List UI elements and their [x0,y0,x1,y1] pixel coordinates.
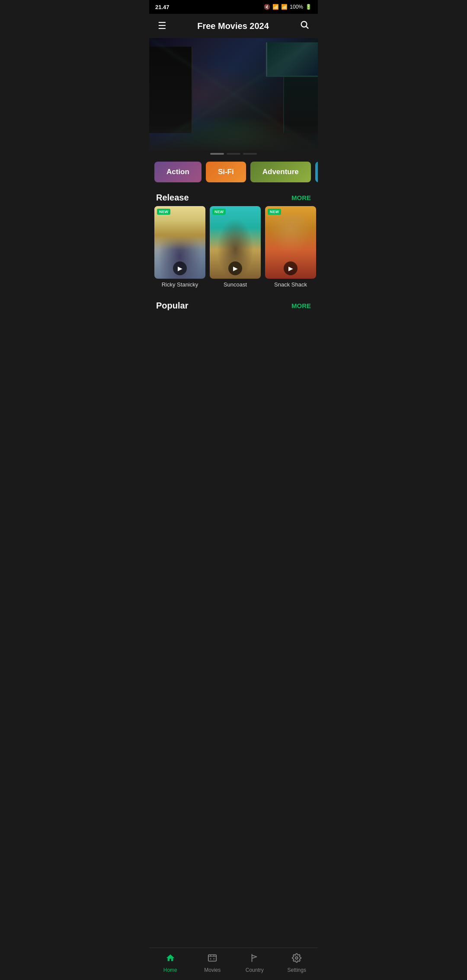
release-section-header: Release MORE [149,187,318,206]
movie-poster-1: NEW ▶ [154,206,205,279]
movie-card-2[interactable]: NEW ▶ Suncoast [210,206,261,288]
status-icons: 🔇 📶 📶 100% 🔋 [264,4,312,10]
release-section: Release MORE NEW ▶ Ricky Stanicky NEW ▶ … [149,187,318,295]
new-badge-3: NEW [268,209,281,215]
wifi-icon: 📶 [272,4,279,10]
genre-tab-action[interactable]: Action [154,162,202,182]
app-title: Free Movies 2024 [197,21,269,31]
genre-tab-animation[interactable]: Animation [315,162,318,182]
signal-icon: 📶 [281,4,288,10]
search-icon [300,20,309,32]
movie-card-3[interactable]: NEW ▶ Snack Shack [265,206,316,288]
battery-icon: 🔋 [305,4,312,10]
scroll-dot-1 [210,153,224,155]
movie-poster-3: NEW ▶ [265,206,316,279]
mute-icon: 🔇 [264,4,270,10]
new-badge-1: NEW [157,209,170,215]
play-overlay-3: ▶ [284,261,297,275]
status-bar: 21.47 🔇 📶 📶 100% 🔋 [149,0,318,14]
popular-section-header: Popular MORE [149,295,318,314]
movie-title-3: Snack Shack [265,281,316,288]
menu-icon: ☰ [158,20,166,32]
app-bar: ☰ Free Movies 2024 [149,14,318,38]
scroll-dot-2 [227,153,240,155]
perspective-lines [149,38,318,150]
menu-button[interactable]: ☰ [156,19,168,33]
movie-title-2: Suncoast [210,281,261,288]
scroll-dot-3 [243,153,257,155]
search-button[interactable] [298,18,311,34]
popular-section: Popular MORE [149,295,318,349]
release-more-button[interactable]: MORE [291,194,311,201]
svg-point-0 [301,22,307,27]
genre-tabs: Action Si-Fi Adventure Animation [149,157,318,187]
movie-title-1: Ricky Stanicky [154,281,205,288]
movie-poster-2: NEW ▶ [210,206,261,279]
street-glow [149,116,318,150]
release-movies-row: NEW ▶ Ricky Stanicky NEW ▶ Suncoast NEW … [149,206,318,295]
new-badge-2: NEW [212,209,226,215]
popular-more-button[interactable]: MORE [291,302,311,309]
battery-text: 100% [290,4,303,10]
play-overlay-1: ▶ [173,261,187,275]
genre-tab-scifi[interactable]: Si-Fi [206,162,246,182]
hero-scene [149,38,318,150]
status-time: 21.47 [155,4,170,10]
genre-tab-adventure[interactable]: Adventure [250,162,311,182]
movie-card-1[interactable]: NEW ▶ Ricky Stanicky [154,206,205,288]
release-title: Release [156,193,189,203]
svg-line-1 [306,26,308,29]
popular-title: Popular [156,301,188,311]
scroll-indicator [149,150,318,157]
play-overlay-2: ▶ [228,261,242,275]
hero-banner[interactable] [149,38,318,150]
